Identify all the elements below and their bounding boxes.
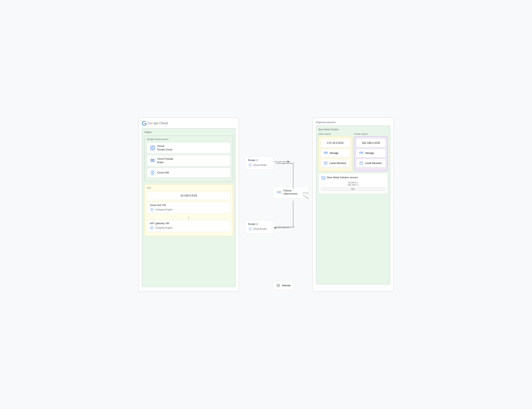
- svg-point-64: [324, 177, 324, 177]
- vlan1-label: VLAN attachment 1: [276, 162, 294, 164]
- svg-line-30: [250, 228, 251, 229]
- client-subnet-box: 172.16.0.0/24 Storage: [318, 136, 352, 171]
- svg-point-59: [361, 163, 362, 164]
- regional-extension-panel: Regional extension Bare Metal Solution C…: [313, 118, 394, 292]
- bms-ip2: 192.168.2.1: [321, 184, 385, 186]
- partner-interconnect-icon: [277, 189, 281, 195]
- jump-host-card: Jump host VM Compute Engine: [147, 202, 231, 214]
- gc-logo-text: Google Cloud: [148, 121, 168, 125]
- internet-icon: [276, 283, 280, 288]
- bms-server-card: Bare Metal Solution servers 10.200.0.1 1…: [318, 173, 388, 194]
- router1-title: Router 1: [248, 159, 271, 162]
- diagram-layout: Google Cloud Region Google Cloud service…: [138, 118, 394, 292]
- vpc-title: VirtualPrivate Cloud: [157, 144, 172, 151]
- fw-title: Cloud FirewallRules: [157, 157, 173, 164]
- svg-line-25: [250, 165, 251, 165]
- subnet-row: Client subnet 172.16.0.0/24: [318, 133, 388, 171]
- region-box: Region Google Cloud services VirtualPriv: [142, 128, 235, 287]
- svg-point-10: [151, 209, 152, 210]
- ce-label2: Compute Engine: [155, 226, 172, 229]
- svg-rect-6: [150, 161, 154, 162]
- compute-engine-icon: [150, 208, 154, 212]
- cloud-router1-icon: [248, 163, 252, 167]
- svg-rect-32: [279, 191, 281, 193]
- vlan2-label: VLAN attachment 2: [276, 226, 294, 228]
- private-ls-label: Local Services: [365, 162, 382, 165]
- cr1-label: Cloud Router: [253, 164, 267, 167]
- private-ip: 192.168.2.0/28: [362, 141, 380, 144]
- jump-host-title: Jump host VM: [150, 204, 228, 206]
- nat-gateway-engine: Compute Engine: [150, 226, 228, 230]
- client-ls-label: Local Services: [330, 162, 346, 165]
- internet-card: Internet: [273, 281, 294, 290]
- client-ip: 172.16.0.0/24: [327, 141, 344, 144]
- nat-gateway-card: NAT gateway VM Compute Engine: [147, 220, 231, 232]
- nat-gateway-title: NAT gateway VM: [150, 222, 228, 225]
- local-services-icon2: [359, 161, 363, 165]
- vpc-icon: [150, 145, 155, 151]
- vpc-card: VirtualPrivate Cloud: [147, 142, 231, 153]
- compute-engine-icon2: [150, 226, 154, 230]
- svg-point-49: [327, 152, 327, 152]
- client-storage-label: Storage: [330, 152, 339, 154]
- iam-icon: [150, 170, 155, 175]
- svg-point-8: [152, 172, 153, 173]
- private-subnet-col: Private subnet 192.168.2.0/28: [354, 133, 388, 171]
- nic-bar: NIC: [321, 187, 385, 191]
- client-subnet-col: Client subnet 172.16.0.0/24: [318, 133, 352, 171]
- router2-title: Router 2: [248, 223, 271, 225]
- jump-host-engine: Compute Engine: [150, 208, 228, 212]
- svg-point-65: [324, 178, 324, 179]
- vpc-label: VPC: [147, 187, 231, 189]
- svg-line-29: [250, 228, 250, 229]
- bms-label: Bare Metal Solution: [318, 128, 388, 131]
- svg-line-24: [250, 165, 250, 165]
- svg-rect-5: [150, 160, 154, 161]
- storage-icon1: [324, 151, 328, 155]
- bms-box: Bare Metal Solution Client subnet 172.16…: [316, 126, 390, 284]
- router2-sub: Cloud Router: [248, 227, 271, 231]
- router1-card: Router 1 Cloud Router: [245, 156, 274, 169]
- svg-point-50: [327, 153, 327, 153]
- cr2-label: Cloud Router: [253, 228, 267, 230]
- private-subnet-box: 192.168.2.0/28 Storage: [354, 136, 388, 171]
- re-label: Regional extension: [316, 121, 390, 124]
- gcs-label: Google Cloud services: [147, 138, 231, 140]
- client-ls-card: Local Services: [321, 159, 350, 167]
- cloud-router2-icon: [248, 227, 252, 231]
- google-logo-icon: [142, 121, 147, 126]
- internet-label: Internet: [282, 284, 290, 287]
- down-arrow: ↓: [147, 215, 231, 219]
- bms-ip1: 10.200.0.1: [321, 181, 385, 184]
- router1-sub: Cloud Router: [248, 163, 271, 167]
- client-ip-card: 172.16.0.0/24: [321, 138, 350, 147]
- middle-column: Router 1 Cloud Router VLAN attachment 1: [243, 118, 309, 292]
- private-storage-label: Storage: [365, 152, 374, 154]
- partner-title: Partner Interconnect: [283, 189, 305, 196]
- svg-point-52: [325, 163, 326, 164]
- ip-range-text: 10.100.0.0/24: [180, 194, 197, 197]
- vpc-box: VPC 10.100.0.0/24 Jump host VM: [144, 184, 233, 236]
- google-cloud-logo: Google Cloud: [142, 121, 235, 126]
- google-cloud-panel: Google Cloud Region Google Cloud service…: [138, 118, 239, 292]
- private-subnet-label: Private subnet: [354, 133, 388, 135]
- iam-card: Cloud IAM: [147, 168, 231, 177]
- bms-ips: 10.200.0.1 192.168.2.1: [321, 181, 385, 186]
- svg-rect-58: [360, 162, 363, 165]
- svg-point-57: [362, 153, 363, 153]
- firewall-card: Cloud FirewallRules: [147, 155, 231, 166]
- bms-server-title: Bare Metal Solution servers: [327, 176, 358, 179]
- svg-point-16: [151, 227, 152, 228]
- partner-interconnect-card: Partner Interconnect: [273, 186, 309, 199]
- local-services-icon1: [324, 161, 328, 165]
- region-label: Region: [144, 131, 233, 134]
- svg-rect-31: [277, 191, 279, 193]
- arrows-svg: [243, 118, 309, 292]
- client-subnet-label: Client subnet: [318, 133, 352, 135]
- ce-label1: Compute Engine: [155, 208, 172, 211]
- bms-icon: [321, 176, 326, 180]
- client-storage-card: Storage: [321, 149, 350, 157]
- private-ip-card: 192.168.2.0/28: [356, 138, 386, 147]
- router2-card: Router 2 Cloud Router: [245, 220, 274, 233]
- storage-icon2: [359, 151, 363, 155]
